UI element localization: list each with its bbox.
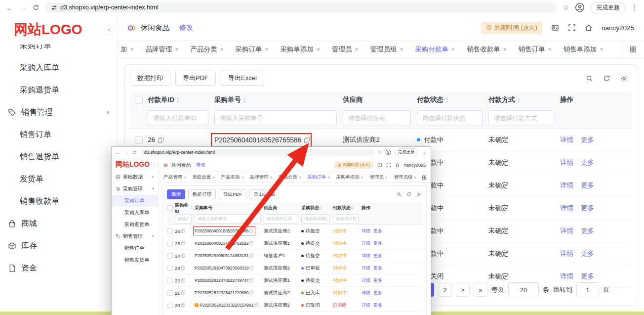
more-link[interactable]: 更多 <box>581 181 594 190</box>
site-info-icon[interactable] <box>51 4 57 11</box>
sort-icon[interactable] <box>243 96 245 103</box>
back-icon[interactable]: ← <box>116 150 121 155</box>
tab-close-icon[interactable]: × <box>175 46 179 53</box>
tab[interactable]: 品牌管理 × <box>250 174 273 180</box>
sidebar-item[interactable]: 销售管理 <box>112 230 158 242</box>
settings-icon[interactable] <box>416 192 421 197</box>
tab[interactable]: 管理员组 × <box>370 45 403 54</box>
tab-close-icon[interactable]: × <box>327 175 330 180</box>
sidebar-item[interactable]: 采购订单 <box>112 195 158 207</box>
username[interactable]: nancy2025 <box>404 163 426 168</box>
filter-purchase-id-input[interactable] <box>175 214 192 224</box>
toolbar-button[interactable]: 导出PDF <box>219 189 246 199</box>
detail-link[interactable]: 详情 <box>362 277 370 284</box>
copy-icon[interactable] <box>249 254 253 258</box>
shop-edit-link[interactable]: 修改 <box>196 162 205 168</box>
bookmark-star-icon[interactable]: ☆ <box>563 3 569 11</box>
copy-icon[interactable] <box>181 303 185 307</box>
tab-close-icon[interactable]: × <box>503 46 507 53</box>
sidebar-collapse-button[interactable]: < <box>104 25 115 36</box>
detail-link[interactable]: 详情 <box>362 265 370 271</box>
sidebar-item[interactable]: 销售收款单 <box>0 190 117 213</box>
tab[interactable]: 采购订单 × <box>307 174 330 180</box>
tab[interactable]: 管理员组 × <box>394 174 416 180</box>
tab-close-icon[interactable]: × <box>130 46 134 53</box>
more-link[interactable]: 更多 <box>581 249 594 258</box>
tab[interactable]: 销售单添加 × <box>564 45 604 54</box>
filter-pay-method-select[interactable] <box>488 110 554 126</box>
tab-close-icon[interactable]: × <box>184 175 186 180</box>
tab-close-icon[interactable]: × <box>414 175 416 180</box>
refresh-icon[interactable] <box>603 75 610 82</box>
more-link[interactable]: 更多 <box>581 135 594 144</box>
row-checkbox[interactable] <box>167 228 173 234</box>
detail-link[interactable]: 详情 <box>362 253 370 259</box>
tab[interactable]: 系统设置 × <box>192 174 215 180</box>
tab-close-icon[interactable]: × <box>451 46 455 53</box>
search-icon[interactable] <box>397 192 402 197</box>
more-link[interactable]: 更多 <box>581 272 594 281</box>
forward-icon[interactable]: → <box>124 150 129 155</box>
tab-close-icon[interactable]: × <box>361 175 363 180</box>
copy-icon[interactable] <box>181 241 185 245</box>
detail-link[interactable]: 详情 <box>560 181 573 190</box>
refresh-icon[interactable] <box>406 192 411 197</box>
detail-link[interactable]: 详情 <box>362 228 370 234</box>
home-icon[interactable] <box>585 24 593 32</box>
sidebar-item[interactable]: 库存 <box>0 235 117 257</box>
next-page-button[interactable]: > <box>456 283 470 297</box>
tab-close-icon[interactable]: × <box>600 46 603 53</box>
tab[interactable]: 采购单添加 × <box>336 174 364 180</box>
detail-link[interactable]: 详情 <box>560 204 573 213</box>
fullscreen-icon[interactable] <box>386 163 391 168</box>
toolbar-button[interactable]: 数据打印 <box>188 189 216 199</box>
toolbar-button[interactable]: 导出Excel <box>249 189 279 199</box>
filter-order-no-input[interactable] <box>195 214 261 224</box>
address-bar[interactable]: d3.shopxo.vip/erp-center-index.html <box>140 149 374 156</box>
tab-list-icon[interactable] <box>417 172 431 182</box>
detail-link[interactable]: 详情 <box>362 240 370 247</box>
copy-icon[interactable] <box>249 241 253 245</box>
more-link[interactable]: 更多 <box>581 158 594 167</box>
tab-close-icon[interactable]: × <box>242 175 244 180</box>
filter-payment-id-input[interactable] <box>148 110 208 126</box>
fullscreen-icon[interactable] <box>568 24 576 32</box>
more-link[interactable]: 更多 <box>373 290 382 296</box>
detail-link[interactable]: 详情 <box>362 290 370 296</box>
search-icon[interactable] <box>586 75 593 82</box>
more-link[interactable]: 更多 <box>373 253 382 259</box>
tab[interactable]: 产品分类 × <box>191 45 224 54</box>
copy-icon[interactable] <box>249 229 253 233</box>
tab[interactable]: 加 × <box>121 45 134 54</box>
tab-list-icon[interactable] <box>622 41 644 58</box>
sidebar-item[interactable]: 商城 <box>0 213 117 235</box>
filter-order-no-input[interactable] <box>214 110 337 126</box>
row-checkbox[interactable] <box>167 266 173 271</box>
per-page-select[interactable]: 20 <box>508 282 539 297</box>
detail-link[interactable]: 详情 <box>560 272 573 281</box>
browser-update-button[interactable]: 完成更新 <box>395 148 418 156</box>
tab-close-icon[interactable]: × <box>385 175 388 180</box>
tab[interactable]: 管理员 × <box>369 174 388 180</box>
home-icon[interactable] <box>395 163 400 168</box>
copy-icon[interactable] <box>249 291 253 295</box>
toolbar-button[interactable]: 导出Excel <box>221 71 264 86</box>
add-button[interactable]: 新增 <box>167 189 185 199</box>
more-link[interactable]: 更多 <box>373 228 382 234</box>
tab-close-icon[interactable]: × <box>220 46 224 53</box>
tab[interactable]: 销售订单 × <box>519 45 552 54</box>
tab[interactable]: 产品添加 × <box>221 174 244 180</box>
tab-close-icon[interactable]: × <box>265 46 269 53</box>
address-bar[interactable]: d3.shopxo.vip/erp-center-index.html <box>45 2 557 13</box>
select-all-checkbox[interactable] <box>167 205 173 211</box>
sort-icon[interactable] <box>320 205 322 210</box>
sidebar-item[interactable]: 采购退货单 <box>0 79 117 101</box>
detail-link[interactable]: 详情 <box>560 226 573 235</box>
copy-icon[interactable] <box>254 303 258 307</box>
sidebar-item[interactable]: 采购退货单 <box>112 219 158 230</box>
sort-icon[interactable] <box>446 96 448 103</box>
last-page-button[interactable]: » <box>474 283 487 297</box>
forward-icon[interactable]: → <box>19 3 27 12</box>
browser-update-button[interactable]: 完成更新 <box>591 2 625 13</box>
tab[interactable]: 管理员 × <box>332 45 359 54</box>
